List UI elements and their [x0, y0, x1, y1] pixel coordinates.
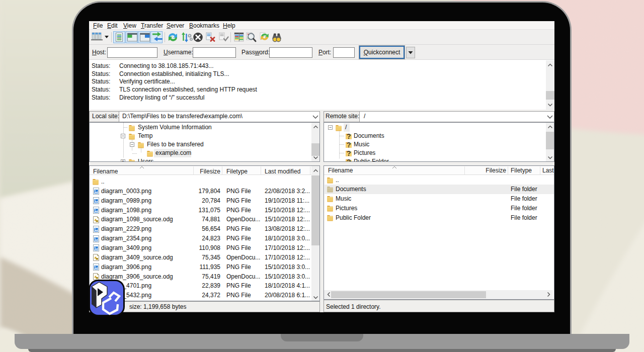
svg-text:?: ?: [347, 141, 351, 148]
svg-text:?: ?: [347, 150, 351, 157]
svg-text:?: ?: [347, 158, 351, 162]
svg-text:?: ?: [347, 133, 351, 140]
